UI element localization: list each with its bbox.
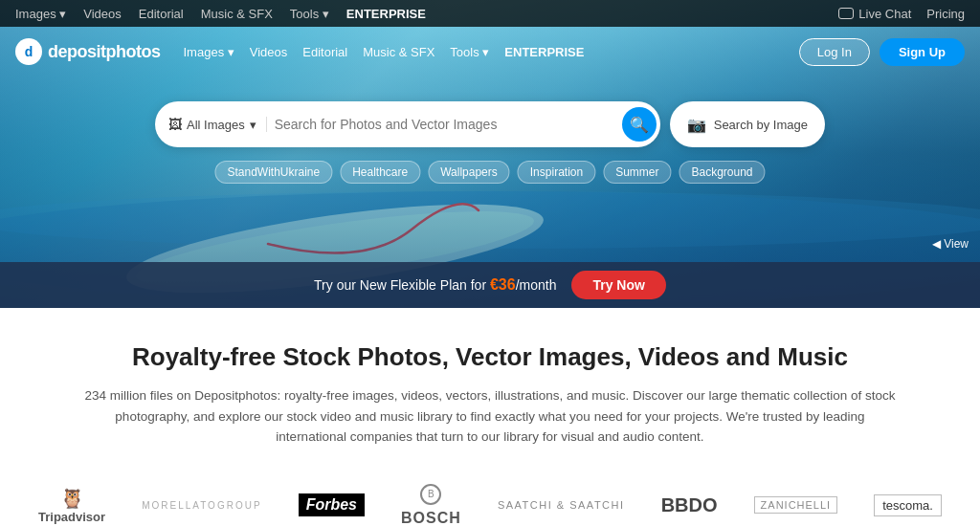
login-button[interactable]: Log In — [799, 38, 870, 66]
tag-background[interactable]: Background — [679, 161, 766, 184]
brand-tescoma: tescoma. — [874, 494, 942, 516]
header-nav-enterprise[interactable]: ENTERPRISE — [504, 45, 584, 59]
tag-healthcare[interactable]: Healthcare — [340, 161, 420, 184]
promo-price: €36 — [490, 276, 516, 293]
images-icon: 🖼 — [168, 117, 182, 132]
header-nav-tools[interactable]: Tools ▾ — [450, 45, 489, 59]
nav-enterprise[interactable]: ENTERPRISE — [346, 7, 426, 21]
tags-area: StandWithUkraine Healthcare Wallpapers I… — [214, 161, 765, 184]
brand-bbdo: BBDO — [661, 494, 718, 516]
view-link[interactable]: ◀ View — [932, 237, 969, 251]
try-now-button[interactable]: Try Now — [571, 271, 665, 299]
brand-zanichelli: ZANICHELLI — [754, 496, 838, 514]
search-type-selector[interactable]: 🖼 All Images ▾ — [163, 117, 267, 132]
chat-icon — [838, 8, 854, 19]
header-nav-videos[interactable]: Videos — [250, 45, 288, 59]
nav-right: Live Chat Pricing — [838, 7, 965, 21]
pricing-link[interactable]: Pricing — [926, 7, 965, 21]
main-description: 234 million files on Depositphotos: roya… — [78, 385, 902, 448]
signup-button[interactable]: Sign Up — [880, 38, 965, 66]
brand-morelato-label: MORELLATOGROUP — [142, 500, 261, 511]
main-header: d depositphotos Images ▾ Videos Editoria… — [0, 27, 980, 77]
header-nav-editorial[interactable]: Editorial — [302, 45, 347, 59]
top-navigation: Images ▾ Videos Editorial Music & SFX To… — [0, 0, 980, 27]
tag-summer[interactable]: Summer — [603, 161, 671, 184]
bosch-circle-icon: B — [420, 484, 441, 505]
dropdown-arrow-icon: ▾ — [250, 118, 256, 132]
nav-links: Images ▾ Videos Editorial Music & SFX To… — [15, 7, 426, 21]
logo-text: depositphotos — [48, 42, 161, 62]
nav-music[interactable]: Music & SFX — [201, 7, 273, 21]
header-navigation: Images ▾ Videos Editorial Music & SFX To… — [184, 45, 585, 59]
live-chat-button[interactable]: Live Chat — [838, 7, 911, 21]
brand-forbes-label: Forbes — [299, 493, 365, 516]
brand-bbdo-label: BBDO — [661, 494, 718, 516]
search-area: 🖼 All Images ▾ 🔍 📷 Search by Image — [155, 101, 825, 147]
search-box: 🖼 All Images ▾ 🔍 — [155, 101, 660, 147]
search-input[interactable] — [267, 117, 622, 132]
hero-section: d depositphotos Images ▾ Videos Editoria… — [0, 0, 980, 308]
nav-editorial[interactable]: Editorial — [139, 7, 184, 21]
search-icon: 🔍 — [630, 116, 649, 134]
brand-forbes: Forbes — [299, 493, 365, 516]
logo[interactable]: d depositphotos — [15, 38, 161, 65]
search-type-label: All Images — [187, 118, 245, 132]
brand-tescoma-label: tescoma. — [874, 494, 942, 516]
brand-tripadvisor-label: Tripadvisor — [38, 510, 105, 524]
brand-bosch-label: BOSCH — [401, 510, 461, 526]
brands-section: 🦉 Tripadvisor MORELLATOGROUP Forbes B BO… — [0, 467, 980, 526]
search-by-image-label: Search by Image — [714, 118, 808, 132]
content-section: Royalty-free Stock Photos, Vector Images… — [0, 308, 980, 467]
brand-saatchi-label: SAATCHI & SAATCHI — [498, 499, 625, 511]
brand-zanichelli-label: ZANICHELLI — [754, 496, 838, 514]
search-submit-button[interactable]: 🔍 — [622, 107, 657, 142]
brand-morelato: MORELLATOGROUP — [142, 500, 261, 511]
brand-bosch: B BOSCH — [401, 484, 461, 526]
header-nav-images[interactable]: Images ▾ — [184, 45, 234, 59]
nav-images[interactable]: Images ▾ — [15, 7, 66, 21]
header-nav-music[interactable]: Music & SFX — [363, 45, 434, 59]
tag-standwithukraine[interactable]: StandWithUkraine — [214, 161, 332, 184]
tag-wallpapers[interactable]: Wallpapers — [428, 161, 510, 184]
header-auth-buttons: Log In Sign Up — [799, 38, 965, 66]
nav-videos[interactable]: Videos — [83, 7, 122, 21]
brand-saatchi: SAATCHI & SAATCHI — [498, 499, 625, 511]
main-heading: Royalty-free Stock Photos, Vector Images… — [57, 342, 923, 372]
search-by-image-button[interactable]: 📷 Search by Image — [670, 101, 825, 147]
live-chat-label: Live Chat — [858, 7, 911, 21]
promo-banner: Try our New Flexible Plan for €36/month … — [0, 262, 980, 308]
brand-tripadvisor: 🦉 Tripadvisor — [38, 487, 105, 524]
nav-tools[interactable]: Tools ▾ — [290, 7, 329, 21]
promo-text: Try our New Flexible Plan for €36/month — [314, 276, 556, 294]
tag-inspiration[interactable]: Inspiration — [518, 161, 595, 184]
logo-icon: d — [15, 38, 42, 65]
camera-icon: 📷 — [687, 116, 706, 134]
